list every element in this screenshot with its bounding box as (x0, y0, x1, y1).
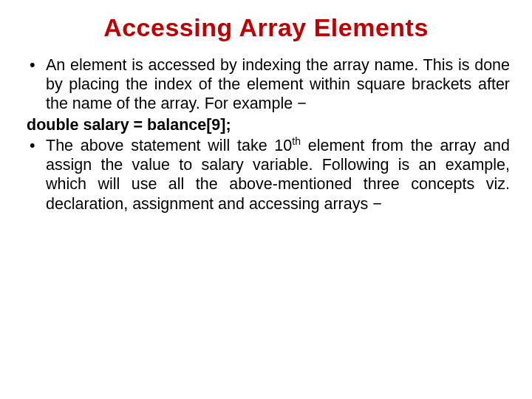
bullet-item: • The above statement will take 10th ele… (22, 136, 510, 214)
code-line: double salary = balance[9]; (27, 115, 510, 134)
slide-body: • An element is accessed by indexing the… (22, 55, 510, 214)
bullet-mark-icon: • (30, 136, 46, 214)
bullet-text: An element is accessed by indexing the a… (46, 55, 510, 114)
slide: Accessing Array Elements • An element is… (0, 0, 532, 399)
ordinal-superscript: th (292, 135, 301, 147)
bullet-text-pre: The above statement will take 10 (46, 137, 292, 154)
bullet-item: • An element is accessed by indexing the… (22, 55, 510, 114)
bullet-text: The above statement will take 10th eleme… (46, 136, 510, 214)
slide-title: Accessing Array Elements (22, 13, 510, 42)
bullet-mark-icon: • (30, 55, 46, 114)
